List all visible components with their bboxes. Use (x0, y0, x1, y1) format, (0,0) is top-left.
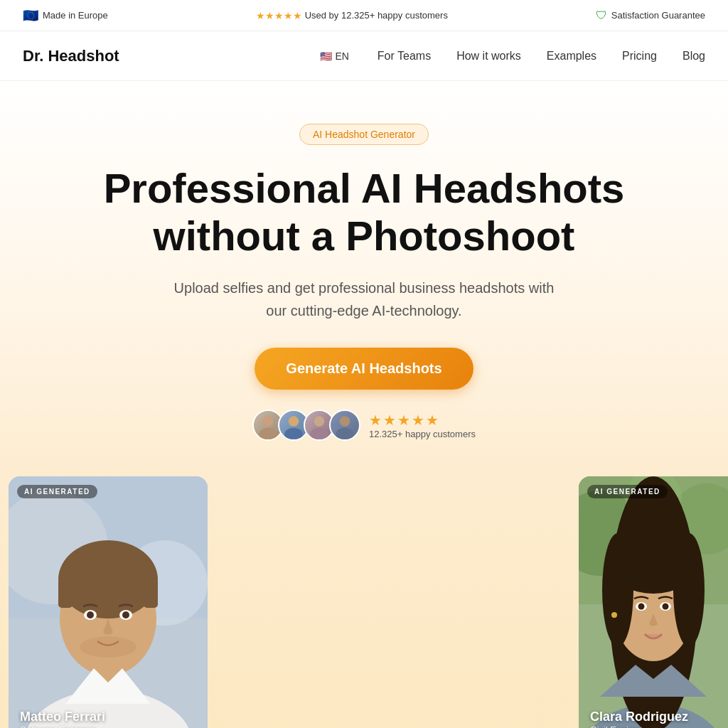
photo-male (9, 476, 208, 728)
person-title-female: Civil Engineer (590, 724, 688, 728)
svg-point-39 (611, 612, 617, 618)
svg-point-6 (340, 417, 350, 427)
person-name-male: Matteo Ferrari (20, 710, 105, 724)
photo-female (579, 476, 728, 728)
made-in-europe: Made in Europe (43, 10, 108, 21)
hero-section: AI Headshot Generator Professional AI He… (0, 81, 728, 469)
nav-link-examples[interactable]: Examples (547, 50, 596, 62)
customers-text: 12.325+ happy customers (369, 429, 476, 439)
svg-point-34 (612, 544, 695, 594)
eu-flag-icon: 🇪🇺 (23, 8, 38, 23)
satisfaction-guarantee: Satisfaction Guarantee (611, 10, 705, 21)
nav-link-how-it-works[interactable]: How it works (456, 50, 521, 62)
top-bar-center: ★★★★★ Used by 12.325+ happy customers (256, 10, 448, 21)
svg-point-38 (663, 604, 669, 610)
ai-badge-female: AI GENERATED (587, 485, 668, 498)
svg-rect-16 (58, 579, 73, 608)
stars-text: ★★★★★ 12.325+ happy customers (369, 412, 476, 439)
nav-links: For Teams How it works Examples Pricing … (378, 50, 705, 63)
lang-selector[interactable]: 🇺🇸 EN (320, 50, 348, 62)
nav-item-pricing[interactable]: Pricing (622, 50, 657, 63)
svg-point-21 (122, 611, 129, 619)
svg-point-22 (80, 636, 136, 658)
svg-point-15 (58, 540, 158, 619)
person-info-female: Clara Rodriguez Civil Engineer (590, 710, 688, 728)
logo[interactable]: Dr. Headshot (23, 47, 119, 65)
flag-icon: 🇺🇸 (320, 50, 332, 62)
top-bar: 🇪🇺 Made in Europe ★★★★★ Used by 12.325+ … (0, 0, 728, 31)
shield-icon: 🛡 (596, 9, 607, 22)
nav-link-for-teams[interactable]: For Teams (378, 50, 431, 62)
hero-subtitle: Upload selfies and get professional busi… (165, 277, 563, 322)
top-bar-right: 🛡 Satisfaction Guarantee (596, 9, 705, 22)
person-info-male: Matteo Ferrari Software Engineer (20, 710, 105, 728)
svg-point-1 (259, 428, 277, 441)
star-icon: ★★★★★ (256, 10, 302, 21)
example-card-female: AI GENERATED Clara Rodriguez Civil Engin… (579, 476, 728, 728)
svg-point-3 (284, 428, 302, 441)
hero-title: Professional AI Headshots without a Phot… (87, 165, 641, 259)
svg-point-4 (314, 417, 325, 427)
svg-point-5 (310, 428, 328, 441)
stars-row: ★★★★★ (369, 412, 440, 429)
svg-point-7 (336, 428, 353, 441)
nav-item-how-it-works[interactable]: How it works (456, 50, 521, 63)
nav-item-examples[interactable]: Examples (547, 50, 596, 63)
customers-count: Used by 12.325+ happy customers (305, 10, 448, 21)
svg-point-19 (87, 611, 94, 619)
nav-link-blog[interactable]: Blog (682, 50, 705, 62)
ai-badge-male: AI GENERATED (17, 485, 97, 498)
avatar-4 (329, 410, 360, 441)
hero-badge: AI Headshot Generator (299, 124, 429, 145)
svg-point-36 (638, 604, 645, 610)
top-bar-left: 🇪🇺 Made in Europe (23, 8, 108, 23)
lang-label: EN (335, 50, 348, 62)
person-name-female: Clara Rodriguez (590, 710, 688, 724)
generate-headshots-button[interactable]: Generate AI Headshots (255, 348, 473, 390)
navbar: Dr. Headshot 🇺🇸 EN For Teams How it work… (0, 31, 728, 81)
person-title-male: Software Engineer (20, 724, 105, 728)
svg-rect-17 (144, 579, 158, 608)
svg-point-0 (263, 417, 274, 427)
example-card-male: AI GENERATED Matteo Ferrari Software Eng… (9, 476, 208, 728)
nav-item-blog[interactable]: Blog (682, 50, 705, 63)
avatar-stack (252, 410, 360, 441)
svg-point-2 (289, 417, 299, 427)
nav-link-pricing[interactable]: Pricing (622, 50, 657, 62)
examples-section: AI GENERATED Matteo Ferrari Software Eng… (0, 469, 728, 728)
social-proof: ★★★★★ 12.325+ happy customers (23, 410, 705, 441)
nav-item-for-teams[interactable]: For Teams (378, 50, 431, 63)
